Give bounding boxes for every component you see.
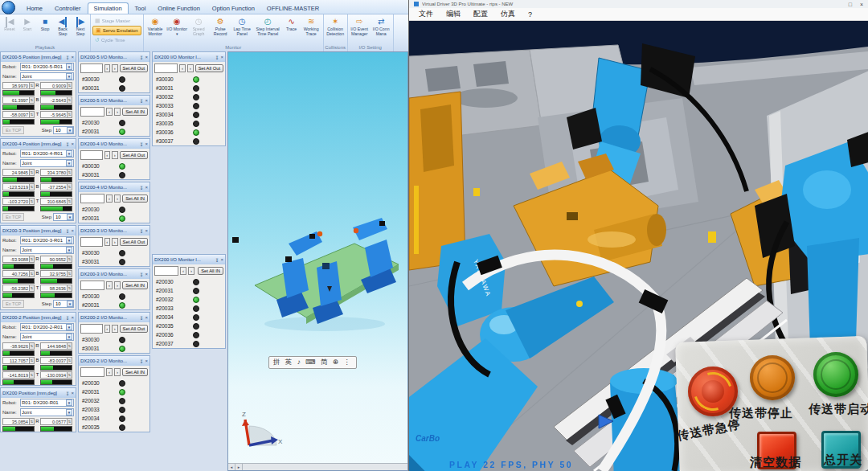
axis-value-field[interactable]: 0.9009⇅ <box>40 82 72 89</box>
app-logo-button[interactable] <box>2 1 15 14</box>
close-icon[interactable]: × <box>220 55 223 59</box>
close-icon[interactable]: × <box>145 141 148 146</box>
ribbon-start-button[interactable]: ▶Start <box>18 15 36 44</box>
menu-item-[interactable]: 编辑 <box>440 8 467 20</box>
spinner-icon[interactable]: ⇅ <box>29 372 34 378</box>
scroll-left-icon[interactable]: ◂ <box>228 464 235 470</box>
spinner-icon[interactable]: ⇅ <box>29 112 34 117</box>
spinner-icon[interactable]: ⇅ <box>29 184 34 190</box>
pin-icon[interactable]: ↧ <box>139 98 143 104</box>
ribbon-cycle-time-button[interactable]: ↺Cycle Time <box>92 35 141 45</box>
close-icon[interactable]: × <box>71 228 74 233</box>
pin-icon[interactable]: ↧ <box>139 315 143 321</box>
pin-icon[interactable]: ↧ <box>215 257 219 263</box>
next-icon[interactable]: › <box>112 238 117 246</box>
conveyor-stop-button[interactable] <box>750 355 795 400</box>
spinner-icon[interactable]: ⇅ <box>29 271 34 276</box>
spinner-icon[interactable]: ⇅ <box>67 271 72 276</box>
close-icon[interactable]: × <box>71 315 74 320</box>
ribbon-reset-button[interactable]: ◀Reset <box>1 15 18 44</box>
panel-titlebar[interactable]: DX200-2 Position [mm,deg]↧× <box>1 313 76 322</box>
ex-tcp-button[interactable]: Ex TCP <box>2 126 24 134</box>
close-icon[interactable]: × <box>145 272 148 276</box>
spinner-icon[interactable]: ⇅ <box>67 199 72 204</box>
next-icon[interactable]: › <box>112 151 117 159</box>
axis-value-field[interactable]: -58.0097⇅ <box>2 111 35 118</box>
pin-icon[interactable]: ↧ <box>139 185 143 190</box>
menu-item-[interactable]: ? <box>522 10 538 19</box>
axis-value-field[interactable]: -37.2554⇅ <box>40 183 72 190</box>
close-icon[interactable]: × <box>71 391 74 395</box>
axis-value-field[interactable]: -53.9088⇅ <box>2 256 35 263</box>
tab-home[interactable]: Home <box>21 3 48 14</box>
panel-titlebar[interactable]: DX200-3 I/O Monito...↧× <box>79 269 149 279</box>
spinner-icon[interactable]: ⇅ <box>67 112 72 117</box>
io-address-input[interactable] <box>80 281 104 290</box>
ribbon-working-trace-button[interactable]: ≋Working Trace <box>301 15 322 44</box>
tab-offline-master[interactable]: OFFLINE-MASTER <box>261 3 325 14</box>
ribbon-i-o-event-manager-button[interactable]: ⇨I/O Event Manager <box>349 15 371 44</box>
spinner-icon[interactable]: ⇅ <box>67 343 72 349</box>
axis-value-field[interactable]: 0.0577⇅ <box>40 418 72 425</box>
next-icon[interactable]: › <box>187 64 194 72</box>
pin-icon[interactable]: ↧ <box>139 358 143 364</box>
ribbon-pulse-record-button[interactable]: ⚙Pulse Record <box>210 15 231 44</box>
axis-value-field[interactable]: 144.9848⇅ <box>40 342 72 350</box>
spinner-icon[interactable]: ⇅ <box>29 285 34 291</box>
axis-value-field[interactable]: -2.5643⇅ <box>40 96 72 104</box>
axis-value-field[interactable]: 38.9970⇅ <box>2 82 35 89</box>
io-address-input[interactable] <box>80 237 103 247</box>
prev-icon[interactable]: ‹ <box>104 238 110 246</box>
panel-titlebar[interactable]: DX200-2 I/O Monito...↧× <box>79 356 149 366</box>
scroll-right-icon[interactable]: ▸ <box>235 464 243 470</box>
prev-icon[interactable]: ‹ <box>179 64 186 72</box>
axis-value-field[interactable]: 40.7256⇅ <box>2 270 35 277</box>
axis-value-field[interactable]: -103.2720⇅ <box>2 198 35 205</box>
menu-item-[interactable]: 文件 <box>412 8 440 20</box>
robot-select[interactable]: R01: DX200-3-R01▼ <box>20 236 74 244</box>
spinner-icon[interactable]: ⇅ <box>29 97 34 103</box>
ribbon-stop-button[interactable]: ■Stop <box>36 15 54 44</box>
prev-icon[interactable]: ‹ <box>106 195 113 203</box>
ribbon-collision-detection-button[interactable]: ✶Collision Detection <box>325 15 346 44</box>
pin-icon[interactable]: ↧ <box>65 55 69 60</box>
next-icon[interactable]: › <box>114 195 121 203</box>
axis-value-field[interactable]: 35.0854⇅ <box>2 418 35 425</box>
axis-value-field[interactable]: -83.0037⇅ <box>40 357 72 364</box>
spinner-icon[interactable]: ⇅ <box>67 285 72 291</box>
set-all-button[interactable]: Set All Out <box>120 325 148 333</box>
name-select[interactable]: Joint▼ <box>20 159 74 167</box>
close-icon[interactable]: × <box>71 141 74 146</box>
tab-controller[interactable]: Controller <box>49 3 87 14</box>
panel-titlebar[interactable]: DX200 I/O Monitor I...↧× <box>153 52 225 62</box>
panel-titlebar[interactable]: DX200-4 I/O Monito...↧× <box>79 182 149 192</box>
robot-select[interactable]: R01: DX200-4-R01▼ <box>20 149 74 158</box>
panel-titlebar[interactable]: DX200 I/O Monitor I...↧× <box>153 255 225 264</box>
spinner-icon[interactable]: ⇅ <box>29 343 34 349</box>
spinner-icon[interactable]: ⇅ <box>67 256 72 262</box>
next-icon[interactable]: › <box>112 64 117 72</box>
panel-titlebar[interactable]: DX200-3 Position [mm,deg]↧× <box>1 226 76 236</box>
axis-value-field[interactable]: -5.9645⇅ <box>40 111 72 118</box>
step-select[interactable]: 10▼ <box>53 126 74 134</box>
ribbon-stage-master-button[interactable]: ▦Stage Master <box>92 16 141 26</box>
panel-titlebar[interactable]: DX200-5 Position [mm,deg]↧× <box>1 52 76 62</box>
simulation-3d-scene[interactable]: YASKAWA 传 <box>409 21 868 471</box>
prev-icon[interactable]: ‹ <box>106 108 113 116</box>
close-icon[interactable]: × <box>145 55 148 59</box>
ribbon-next-step-button[interactable]: ▶Next Step <box>72 15 89 44</box>
pin-icon[interactable]: ↧ <box>215 55 219 60</box>
io-address-input[interactable] <box>80 194 104 203</box>
set-all-button[interactable]: Set All Out <box>120 151 148 159</box>
ribbon-i-o-conn-mana-button[interactable]: ⇄I/O Conn Mana <box>371 15 392 44</box>
step-select[interactable]: 10▼ <box>53 300 74 308</box>
ribbon-step-interval-time-panel-button[interactable]: ◴Step Interval Time Panel <box>253 15 283 44</box>
ribbon-trace-button[interactable]: ∿Trace <box>283 15 301 44</box>
prev-icon[interactable]: ‹ <box>180 267 186 275</box>
cad-viewport[interactable]: 拼 英 ♪ ⌨ 简 ⊕ ⋮ Z X ◂ ▸ <box>227 51 408 471</box>
next-icon[interactable]: › <box>112 325 117 333</box>
axis-value-field[interactable]: 90.9552⇅ <box>40 256 72 263</box>
ex-tcp-button[interactable]: Ex TCP <box>2 213 24 221</box>
tab-simulation[interactable]: Simulation <box>88 2 129 14</box>
prev-icon[interactable]: ‹ <box>104 325 110 333</box>
